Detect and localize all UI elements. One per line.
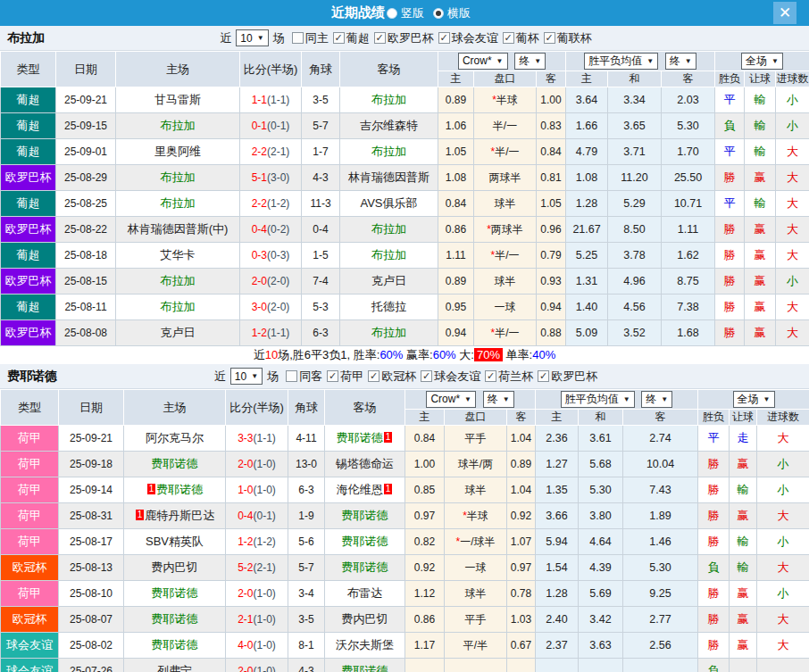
- away-team-cell: 布拉加: [340, 217, 438, 243]
- result-cell: 平: [715, 87, 745, 113]
- dialog-title: 近期战绩: [331, 4, 385, 21]
- result-cell: 勝: [698, 633, 730, 659]
- score-cell: 2-2(2-1): [240, 139, 302, 165]
- goals-cell: [757, 659, 809, 672]
- avg-final-select[interactable]: 终▼: [641, 391, 672, 408]
- avg-home-cell: 5.09: [566, 320, 608, 346]
- away-odds-cell: 0.84: [537, 139, 566, 165]
- goals-cell: 大: [776, 217, 809, 243]
- home-odds-cell: 0.82: [405, 529, 445, 555]
- league-label: 球会友谊: [434, 369, 480, 385]
- league-checkbox[interactable]: ✓: [327, 370, 338, 382]
- col-type: 类型: [1, 390, 59, 426]
- handicap-result-cell: 赢: [745, 217, 776, 243]
- handicap-cell: *半/一: [474, 243, 537, 269]
- league-checkbox[interactable]: ✓: [538, 370, 549, 382]
- team-link: 布拉加: [161, 300, 196, 313]
- date-cell: 25-08-08: [56, 320, 116, 346]
- avg-home-cell: 1.31: [566, 269, 608, 295]
- league-cell: 荷甲: [1, 426, 59, 452]
- home-team-cell: 费耶诺德: [124, 633, 226, 659]
- avg-final-select[interactable]: 终▼: [665, 53, 696, 70]
- match-row: 荷甲25-08-10费耶诺德2-0(1-0)3-4布雷达1.12球半0.781.…: [1, 581, 809, 607]
- layout-radio-vertical[interactable]: 竖版: [387, 5, 431, 21]
- odds-provider-select[interactable]: Crow*▼: [426, 391, 476, 408]
- handicap-cell: 平/半: [445, 633, 507, 659]
- avg-home-cell: 2.40: [536, 607, 579, 633]
- check-icon: ✓: [376, 33, 384, 43]
- home-odds-cell: 0.86: [405, 607, 445, 633]
- corner-cell: 7-4: [302, 269, 340, 295]
- avg-home-cell: 1.54: [536, 555, 579, 581]
- league-checkbox[interactable]: ✓: [333, 32, 345, 44]
- avg-type-select[interactable]: 胜平负均值▼: [561, 391, 635, 408]
- away-odds-cell: 0.92: [507, 503, 536, 529]
- away-odds-cell: 0.96: [537, 217, 566, 243]
- chevron-down-icon: ▼: [763, 395, 771, 403]
- league-cell: 荷甲: [1, 477, 59, 503]
- handicap-cell: *两球半: [474, 217, 537, 243]
- odds-final-select[interactable]: 终▼: [514, 53, 546, 70]
- avg-type-select[interactable]: 胜平负均值▼: [584, 53, 658, 70]
- team-link: 林肯瑞德因普斯: [348, 170, 430, 184]
- same-home-checkbox[interactable]: [292, 32, 304, 44]
- home-odds-cell: 0.86: [438, 217, 474, 243]
- away-team-cell: 海伦维恩1: [325, 477, 405, 503]
- league-checkbox[interactable]: ✓: [485, 370, 496, 382]
- team-link: 布拉加: [161, 119, 196, 132]
- handicap-result-cell: [730, 659, 757, 672]
- league-checkbox[interactable]: ✓: [544, 32, 555, 44]
- team-link: 布雷达: [347, 586, 382, 600]
- odds-provider-select[interactable]: Crow*▼: [458, 53, 508, 70]
- match-row: 荷甲25-09-141费耶诺德1-0(1-0)6-3海伦维恩10.85球半1.0…: [1, 477, 809, 503]
- avg-draw-cell: 3.78: [608, 243, 662, 269]
- red-card-badge: 1: [384, 432, 393, 443]
- away-team-cell: 吉尔维森特: [340, 113, 438, 139]
- corner-cell: 5-7: [288, 555, 325, 581]
- league-checkbox[interactable]: ✓: [368, 370, 379, 382]
- close-button[interactable]: ✕: [773, 2, 796, 24]
- radio-label: 竖版: [401, 5, 424, 21]
- away-odds-cell: 0.81: [537, 165, 566, 191]
- league-checkbox[interactable]: ✓: [374, 32, 386, 44]
- col-avg-away: 客: [623, 410, 698, 426]
- scope-header: 全场▼: [715, 52, 809, 71]
- league-checkbox[interactable]: ✓: [503, 32, 514, 44]
- away-odds-cell: 1.04: [507, 477, 536, 503]
- handicap-result-cell: 赢: [730, 581, 757, 607]
- chevron-down-icon: ▼: [496, 57, 504, 65]
- home-team-cell: 里奥阿维: [116, 139, 240, 165]
- team-link: 费耶诺德: [342, 664, 388, 672]
- recent-count-select[interactable]: 10 ▼: [230, 368, 263, 385]
- recent-count-select[interactable]: 10 ▼: [236, 29, 268, 46]
- home-team-cell: 1鹿特丹斯巴达: [124, 503, 226, 529]
- chevron-down-icon: ▼: [251, 372, 258, 380]
- avg-away-cell: 8.75: [662, 269, 715, 295]
- same-away-checkbox[interactable]: [286, 370, 297, 382]
- away-odds-cell: 0.89: [507, 452, 536, 477]
- team-link: 费耶诺德: [156, 483, 203, 496]
- col-corner: 角球: [302, 52, 340, 87]
- corner-cell: 1-7: [302, 139, 340, 165]
- date-cell: 25-08-15: [56, 269, 116, 295]
- check-icon: ✓: [440, 33, 448, 43]
- date-cell: 25-09-21: [56, 87, 116, 113]
- avg-home-cell: 1.35: [536, 477, 579, 503]
- layout-radio-horizontal[interactable]: 横版: [433, 5, 478, 21]
- team-link: 费耶诺德: [337, 431, 383, 444]
- team-link: 布拉加: [161, 170, 196, 184]
- match-row: 葡超25-09-01里奥阿维2-2(2-1)1-7布拉加1.05*半/一0.84…: [1, 139, 809, 165]
- away-odds-cell: 0.79: [537, 243, 566, 269]
- col-handicap-result: 让球: [730, 410, 757, 426]
- chevron-down-icon: ▼: [685, 57, 692, 65]
- scope-select[interactable]: 全场▼: [741, 53, 783, 70]
- team-link: 费内巴切: [342, 612, 388, 626]
- date-cell: 25-08-18: [56, 243, 116, 269]
- date-cell: 25-08-31: [59, 503, 124, 529]
- scope-select[interactable]: 全场▼: [733, 391, 775, 408]
- team-link: 费耶诺德: [342, 560, 388, 574]
- league-checkbox[interactable]: ✓: [438, 32, 450, 44]
- league-checkbox[interactable]: ✓: [421, 370, 432, 382]
- goals-cell: 小: [776, 113, 809, 139]
- odds-final-select[interactable]: 终▼: [483, 391, 514, 408]
